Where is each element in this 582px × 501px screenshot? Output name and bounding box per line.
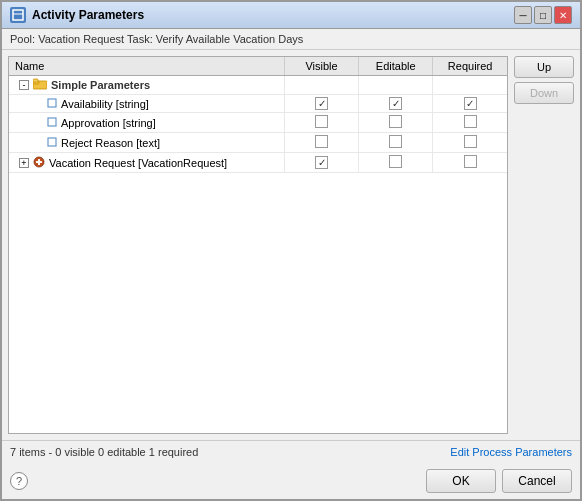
side-buttons: Up Down <box>514 56 574 434</box>
editable-checkbox-3[interactable] <box>389 135 402 148</box>
required-cell-2 <box>433 113 507 133</box>
expand-icon-4[interactable]: + <box>19 158 29 168</box>
col-header-name: Name <box>9 57 284 76</box>
required-cell-3 <box>433 133 507 153</box>
editable-cell-2 <box>359 113 433 133</box>
visible-checkbox-3[interactable] <box>315 135 328 148</box>
visible-cell-0 <box>284 76 358 95</box>
svg-rect-4 <box>33 79 38 82</box>
svg-rect-7 <box>48 138 56 146</box>
action-bar: ? OK Cancel <box>2 463 580 499</box>
svg-rect-10 <box>38 159 40 165</box>
name-cell-0: - Simple Parameters <box>9 76 284 95</box>
col-header-editable: Editable <box>359 57 433 76</box>
svg-rect-6 <box>48 118 56 126</box>
pool-label: Pool: Vacation Request <box>10 33 124 45</box>
title-bar-left: Activity Parameters <box>10 7 144 23</box>
visible-checkbox-4[interactable] <box>315 156 328 169</box>
name-cell-2: Approvation [string] <box>9 113 284 133</box>
editable-checkbox-2[interactable] <box>389 115 402 128</box>
param-label: Reject Reason [text] <box>61 137 160 149</box>
editable-checkbox-4[interactable] <box>389 155 402 168</box>
required-checkbox-1[interactable] <box>464 97 477 110</box>
ok-button[interactable]: OK <box>426 469 496 493</box>
param-label: Availability [string] <box>61 98 149 110</box>
action-buttons: OK Cancel <box>426 469 572 493</box>
main-content: Name Visible Editable Required - Simple … <box>2 50 580 440</box>
up-button[interactable]: Up <box>514 56 574 78</box>
name-cell-4: + Vacation Request [VacationRequest] <box>9 153 284 173</box>
window-icon <box>10 7 26 23</box>
complex-param-icon <box>33 156 45 170</box>
svg-rect-0 <box>13 10 23 20</box>
table-row: Approvation [string] <box>9 113 507 133</box>
visible-checkbox-2[interactable] <box>315 115 328 128</box>
help-button[interactable]: ? <box>10 472 28 490</box>
expand-icon-0[interactable]: - <box>19 80 29 90</box>
window-title: Activity Parameters <box>32 8 144 22</box>
group-label: Simple Parameters <box>51 79 150 91</box>
footer-stats: 7 items - 0 visible 0 editable 1 require… <box>10 446 198 458</box>
required-checkbox-2[interactable] <box>464 115 477 128</box>
down-button[interactable]: Down <box>514 82 574 104</box>
param-label: Vacation Request [VacationRequest] <box>49 157 227 169</box>
visible-cell-3 <box>284 133 358 153</box>
minimize-button[interactable]: ─ <box>514 6 532 24</box>
editable-cell-4 <box>359 153 433 173</box>
parameters-table: Name Visible Editable Required - Simple … <box>9 57 507 173</box>
table-row: Availability [string] <box>9 95 507 113</box>
activity-parameters-window: Activity Parameters ─ □ ✕ Pool: Vacation… <box>0 0 582 501</box>
table-row: Reject Reason [text] <box>9 133 507 153</box>
parameters-table-container: Name Visible Editable Required - Simple … <box>8 56 508 434</box>
name-cell-3: Reject Reason [text] <box>9 133 284 153</box>
visible-cell-2 <box>284 113 358 133</box>
subtitle-bar: Pool: Vacation Request Task: Verify Avai… <box>2 29 580 50</box>
close-button[interactable]: ✕ <box>554 6 572 24</box>
editable-checkbox-1[interactable] <box>389 97 402 110</box>
param-icon <box>47 137 57 149</box>
editable-cell-1 <box>359 95 433 113</box>
folder-icon <box>33 78 47 92</box>
name-cell-1: Availability [string] <box>9 95 284 113</box>
title-bar: Activity Parameters ─ □ ✕ <box>2 2 580 29</box>
cancel-button[interactable]: Cancel <box>502 469 572 493</box>
visible-cell-4 <box>284 153 358 173</box>
required-checkbox-4[interactable] <box>464 155 477 168</box>
maximize-button[interactable]: □ <box>534 6 552 24</box>
required-checkbox-3[interactable] <box>464 135 477 148</box>
svg-rect-5 <box>48 99 56 107</box>
param-label: Approvation [string] <box>61 117 156 129</box>
task-label: Task: Verify Available Vacation Days <box>127 33 303 45</box>
edit-process-parameters-link[interactable]: Edit Process Parameters <box>450 446 572 458</box>
param-icon <box>47 98 57 110</box>
param-icon <box>47 117 57 129</box>
title-controls: ─ □ ✕ <box>514 6 572 24</box>
required-cell-4 <box>433 153 507 173</box>
visible-cell-1 <box>284 95 358 113</box>
editable-cell-3 <box>359 133 433 153</box>
required-cell-1 <box>433 95 507 113</box>
required-cell-0 <box>433 76 507 95</box>
col-header-required: Required <box>433 57 507 76</box>
table-row: + Vacation Request [VacationRequest] <box>9 153 507 173</box>
table-header-row: Name Visible Editable Required <box>9 57 507 76</box>
footer: 7 items - 0 visible 0 editable 1 require… <box>2 440 580 463</box>
col-header-visible: Visible <box>284 57 358 76</box>
editable-cell-0 <box>359 76 433 95</box>
visible-checkbox-1[interactable] <box>315 97 328 110</box>
table-row: - Simple Parameters <box>9 76 507 95</box>
